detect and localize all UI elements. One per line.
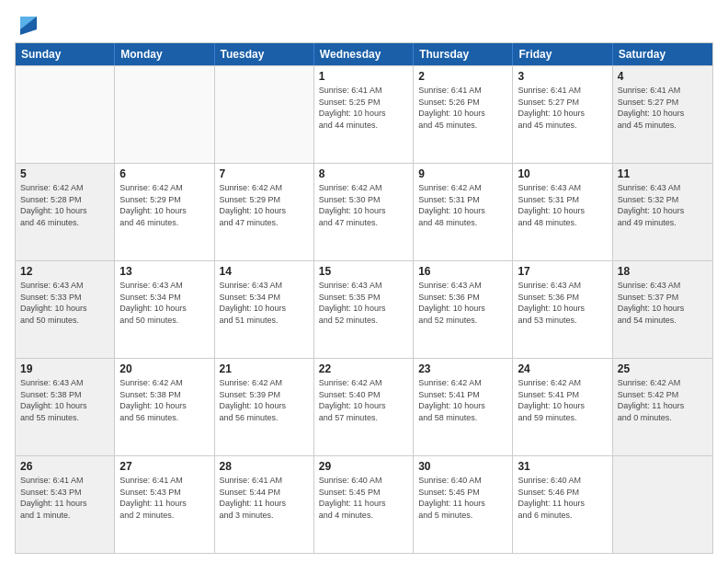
week-row-2: 5Sunrise: 6:42 AM Sunset: 5:28 PM Daylig… bbox=[16, 163, 712, 260]
calendar: SundayMondayTuesdayWednesdayThursdayFrid… bbox=[15, 42, 713, 554]
day-number: 17 bbox=[518, 264, 607, 279]
day-info: Sunrise: 6:42 AM Sunset: 5:39 PM Dayligh… bbox=[220, 377, 309, 423]
cal-cell: 17Sunrise: 6:43 AM Sunset: 5:36 PM Dayli… bbox=[513, 261, 612, 358]
cal-cell: 7Sunrise: 6:42 AM Sunset: 5:29 PM Daylig… bbox=[215, 164, 314, 260]
cal-cell: 12Sunrise: 6:43 AM Sunset: 5:33 PM Dayli… bbox=[16, 261, 115, 358]
day-info: Sunrise: 6:41 AM Sunset: 5:27 PM Dayligh… bbox=[618, 85, 708, 131]
page: SundayMondayTuesdayWednesdayThursdayFrid… bbox=[0, 0, 728, 563]
header-cell-saturday: Saturday bbox=[613, 43, 712, 65]
day-info: Sunrise: 6:43 AM Sunset: 5:34 PM Dayligh… bbox=[220, 280, 309, 326]
calendar-body: 1Sunrise: 6:41 AM Sunset: 5:25 PM Daylig… bbox=[16, 65, 712, 553]
cal-cell: 27Sunrise: 6:41 AM Sunset: 5:43 PM Dayli… bbox=[115, 456, 214, 553]
day-number: 21 bbox=[220, 362, 309, 376]
header-cell-sunday: Sunday bbox=[16, 43, 115, 65]
day-number: 13 bbox=[119, 264, 209, 279]
header-cell-tuesday: Tuesday bbox=[215, 43, 314, 65]
cal-cell: 30Sunrise: 6:40 AM Sunset: 5:45 PM Dayli… bbox=[414, 456, 513, 553]
day-info: Sunrise: 6:41 AM Sunset: 5:25 PM Dayligh… bbox=[319, 85, 408, 131]
day-number: 28 bbox=[220, 459, 309, 474]
day-info: Sunrise: 6:43 AM Sunset: 5:33 PM Dayligh… bbox=[20, 280, 109, 326]
day-number: 9 bbox=[418, 167, 507, 181]
day-number: 30 bbox=[418, 459, 507, 474]
header-cell-thursday: Thursday bbox=[414, 43, 513, 65]
week-row-1: 1Sunrise: 6:41 AM Sunset: 5:25 PM Daylig… bbox=[16, 65, 712, 163]
day-number: 8 bbox=[319, 167, 408, 181]
cal-cell: 29Sunrise: 6:40 AM Sunset: 5:45 PM Dayli… bbox=[314, 456, 414, 553]
day-number: 5 bbox=[20, 167, 109, 181]
day-number: 24 bbox=[518, 362, 607, 376]
day-info: Sunrise: 6:43 AM Sunset: 5:36 PM Dayligh… bbox=[418, 280, 507, 326]
cal-cell: 2Sunrise: 6:41 AM Sunset: 5:26 PM Daylig… bbox=[414, 66, 513, 163]
day-info: Sunrise: 6:41 AM Sunset: 5:43 PM Dayligh… bbox=[119, 475, 209, 521]
cal-cell: 26Sunrise: 6:41 AM Sunset: 5:43 PM Dayli… bbox=[16, 456, 115, 553]
header-cell-monday: Monday bbox=[115, 43, 214, 65]
logo bbox=[15, 13, 42, 39]
cal-cell: 6Sunrise: 6:42 AM Sunset: 5:29 PM Daylig… bbox=[115, 164, 214, 260]
day-number: 4 bbox=[618, 69, 708, 84]
day-info: Sunrise: 6:42 AM Sunset: 5:29 PM Dayligh… bbox=[220, 182, 309, 228]
day-number: 22 bbox=[319, 362, 408, 376]
day-number: 18 bbox=[618, 264, 708, 279]
day-number: 26 bbox=[20, 459, 109, 474]
day-number: 14 bbox=[220, 264, 309, 279]
day-number: 2 bbox=[418, 69, 507, 84]
day-info: Sunrise: 6:43 AM Sunset: 5:38 PM Dayligh… bbox=[20, 377, 109, 423]
day-info: Sunrise: 6:43 AM Sunset: 5:37 PM Dayligh… bbox=[618, 280, 708, 326]
day-info: Sunrise: 6:43 AM Sunset: 5:36 PM Dayligh… bbox=[518, 280, 607, 326]
cal-cell: 9Sunrise: 6:42 AM Sunset: 5:31 PM Daylig… bbox=[414, 164, 513, 260]
day-number: 6 bbox=[119, 167, 209, 181]
day-number: 20 bbox=[119, 362, 209, 376]
day-info: Sunrise: 6:42 AM Sunset: 5:41 PM Dayligh… bbox=[518, 377, 607, 423]
day-info: Sunrise: 6:40 AM Sunset: 5:45 PM Dayligh… bbox=[418, 475, 507, 521]
cal-cell bbox=[613, 456, 712, 553]
day-number: 31 bbox=[518, 459, 607, 474]
cal-cell bbox=[16, 66, 115, 163]
cal-cell bbox=[215, 66, 314, 163]
day-number: 15 bbox=[319, 264, 408, 279]
day-number: 12 bbox=[20, 264, 109, 279]
cal-cell bbox=[115, 66, 214, 163]
cal-cell: 1Sunrise: 6:41 AM Sunset: 5:25 PM Daylig… bbox=[314, 66, 414, 163]
cal-cell: 31Sunrise: 6:40 AM Sunset: 5:46 PM Dayli… bbox=[513, 456, 612, 553]
day-info: Sunrise: 6:42 AM Sunset: 5:31 PM Dayligh… bbox=[418, 182, 507, 228]
day-number: 1 bbox=[319, 69, 408, 84]
day-info: Sunrise: 6:43 AM Sunset: 5:32 PM Dayligh… bbox=[618, 182, 708, 228]
day-info: Sunrise: 6:43 AM Sunset: 5:34 PM Dayligh… bbox=[119, 280, 209, 326]
cal-cell: 11Sunrise: 6:43 AM Sunset: 5:32 PM Dayli… bbox=[613, 164, 712, 260]
week-row-3: 12Sunrise: 6:43 AM Sunset: 5:33 PM Dayli… bbox=[16, 260, 712, 358]
day-number: 19 bbox=[20, 362, 109, 376]
day-info: Sunrise: 6:43 AM Sunset: 5:35 PM Dayligh… bbox=[319, 280, 408, 326]
cal-cell: 8Sunrise: 6:42 AM Sunset: 5:30 PM Daylig… bbox=[314, 164, 414, 260]
day-info: Sunrise: 6:42 AM Sunset: 5:40 PM Dayligh… bbox=[319, 377, 408, 423]
day-info: Sunrise: 6:42 AM Sunset: 5:28 PM Dayligh… bbox=[20, 182, 109, 228]
day-number: 23 bbox=[418, 362, 507, 376]
header-cell-friday: Friday bbox=[513, 43, 612, 65]
calendar-header: SundayMondayTuesdayWednesdayThursdayFrid… bbox=[16, 43, 712, 65]
cal-cell: 10Sunrise: 6:43 AM Sunset: 5:31 PM Dayli… bbox=[513, 164, 612, 260]
day-info: Sunrise: 6:40 AM Sunset: 5:45 PM Dayligh… bbox=[319, 475, 408, 521]
cal-cell: 15Sunrise: 6:43 AM Sunset: 5:35 PM Dayli… bbox=[314, 261, 414, 358]
cal-cell: 18Sunrise: 6:43 AM Sunset: 5:37 PM Dayli… bbox=[613, 261, 712, 358]
header bbox=[15, 9, 713, 39]
day-number: 16 bbox=[418, 264, 507, 279]
cal-cell: 24Sunrise: 6:42 AM Sunset: 5:41 PM Dayli… bbox=[513, 359, 612, 455]
week-row-5: 26Sunrise: 6:41 AM Sunset: 5:43 PM Dayli… bbox=[16, 455, 712, 553]
cal-cell: 19Sunrise: 6:43 AM Sunset: 5:38 PM Dayli… bbox=[16, 359, 115, 455]
cal-cell: 23Sunrise: 6:42 AM Sunset: 5:41 PM Dayli… bbox=[414, 359, 513, 455]
cal-cell: 14Sunrise: 6:43 AM Sunset: 5:34 PM Dayli… bbox=[215, 261, 314, 358]
day-number: 29 bbox=[319, 459, 408, 474]
day-number: 25 bbox=[618, 362, 708, 376]
day-number: 11 bbox=[618, 167, 708, 181]
cal-cell: 28Sunrise: 6:41 AM Sunset: 5:44 PM Dayli… bbox=[215, 456, 314, 553]
cal-cell: 16Sunrise: 6:43 AM Sunset: 5:36 PM Dayli… bbox=[414, 261, 513, 358]
day-info: Sunrise: 6:42 AM Sunset: 5:38 PM Dayligh… bbox=[119, 377, 209, 423]
cal-cell: 5Sunrise: 6:42 AM Sunset: 5:28 PM Daylig… bbox=[16, 164, 115, 260]
day-number: 3 bbox=[518, 69, 607, 84]
day-number: 7 bbox=[220, 167, 309, 181]
day-info: Sunrise: 6:41 AM Sunset: 5:26 PM Dayligh… bbox=[418, 85, 507, 131]
header-cell-wednesday: Wednesday bbox=[314, 43, 414, 65]
day-number: 27 bbox=[119, 459, 209, 474]
logo-icon bbox=[17, 13, 42, 39]
cal-cell: 22Sunrise: 6:42 AM Sunset: 5:40 PM Dayli… bbox=[314, 359, 414, 455]
cal-cell: 21Sunrise: 6:42 AM Sunset: 5:39 PM Dayli… bbox=[215, 359, 314, 455]
